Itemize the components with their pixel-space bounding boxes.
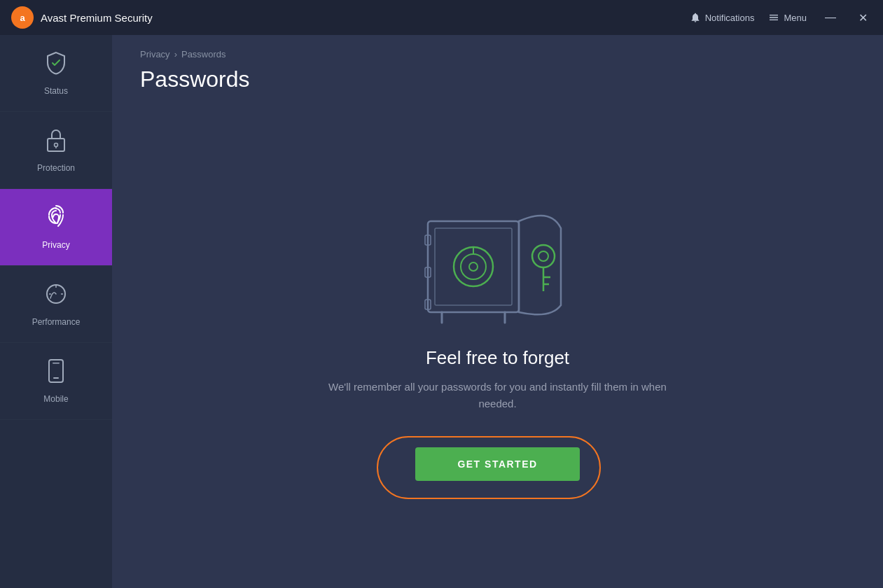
lock-icon bbox=[45, 127, 67, 158]
breadcrumb-parent[interactable]: Privacy bbox=[140, 49, 170, 59]
notifications-label: Notifications bbox=[705, 13, 755, 23]
get-started-wrapper: GET STARTED bbox=[415, 447, 579, 481]
svg-point-16 bbox=[469, 262, 478, 271]
sidebar-item-privacy-label: Privacy bbox=[42, 240, 69, 250]
titlebar-controls: Notifications Menu — ✕ bbox=[690, 10, 872, 26]
breadcrumb-current: Passwords bbox=[181, 49, 226, 59]
app-title: Avast Premium Security bbox=[41, 12, 690, 24]
close-button[interactable]: ✕ bbox=[854, 10, 872, 26]
menu-button[interactable]: Menu bbox=[768, 12, 807, 23]
svg-point-15 bbox=[461, 254, 486, 279]
safe-illustration bbox=[421, 200, 575, 326]
app-logo: a bbox=[11, 6, 34, 29]
promo-headline: Feel free to forget bbox=[426, 347, 569, 369]
sidebar: Status Protection bbox=[0, 35, 112, 588]
promo-content: Feel free to forget We'll remember all y… bbox=[112, 92, 883, 588]
get-started-button[interactable]: GET STARTED bbox=[415, 447, 579, 481]
sidebar-item-performance-label: Performance bbox=[32, 317, 81, 327]
sidebar-item-protection[interactable]: Protection bbox=[0, 112, 112, 189]
main-layout: Status Protection bbox=[0, 35, 883, 588]
speedometer-icon bbox=[43, 281, 69, 312]
menu-label: Menu bbox=[784, 13, 807, 23]
notifications-button[interactable]: Notifications bbox=[690, 12, 755, 23]
sidebar-item-mobile-label: Mobile bbox=[43, 394, 68, 404]
sidebar-item-performance[interactable]: Performance bbox=[0, 266, 112, 343]
promo-description: We'll remember all your passwords for yo… bbox=[323, 379, 673, 412]
titlebar: a Avast Premium Security Notifications M… bbox=[0, 0, 883, 35]
minimize-button[interactable]: — bbox=[821, 10, 840, 25]
bell-icon bbox=[690, 12, 701, 23]
svg-rect-13 bbox=[435, 228, 512, 305]
sidebar-item-status-label: Status bbox=[44, 86, 68, 96]
mobile-icon bbox=[46, 358, 66, 388]
sidebar-item-status[interactable]: Status bbox=[0, 35, 112, 112]
sidebar-item-protection-label: Protection bbox=[37, 163, 75, 173]
content-area: Privacy › Passwords Passwords bbox=[112, 35, 883, 588]
menu-icon bbox=[768, 12, 779, 23]
breadcrumb: Privacy › Passwords bbox=[112, 35, 883, 59]
svg-rect-2 bbox=[48, 139, 64, 151]
sidebar-item-mobile[interactable]: Mobile bbox=[0, 343, 112, 420]
breadcrumb-separator: › bbox=[174, 49, 177, 59]
svg-point-22 bbox=[538, 251, 548, 261]
svg-point-3 bbox=[55, 144, 58, 147]
svg-point-21 bbox=[532, 245, 555, 267]
shield-icon bbox=[43, 50, 69, 80]
svg-rect-11 bbox=[53, 363, 60, 364]
svg-rect-12 bbox=[428, 221, 519, 312]
page-title: Passwords bbox=[112, 59, 883, 92]
sidebar-item-privacy[interactable]: Privacy bbox=[0, 189, 112, 266]
svg-text:a: a bbox=[20, 13, 25, 23]
fingerprint-icon bbox=[43, 204, 69, 234]
